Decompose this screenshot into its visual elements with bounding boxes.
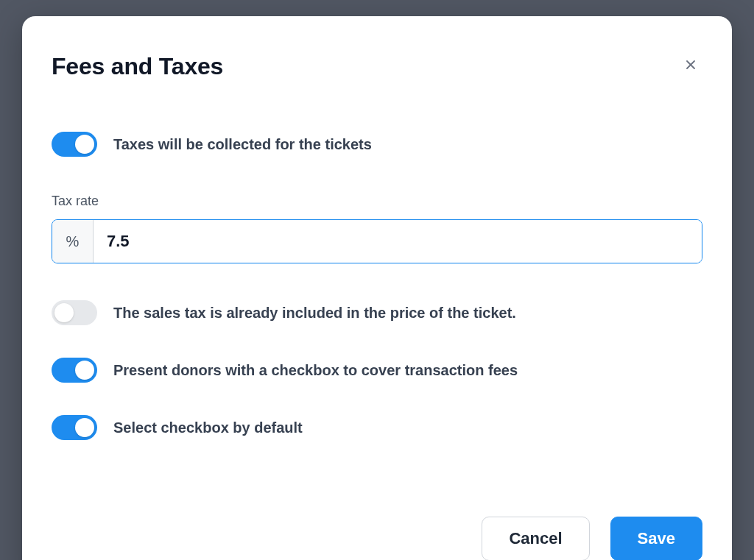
toggle-label-present-cover-fees: Present donors with a checkbox to cover …: [113, 362, 518, 379]
toggle-knob: [75, 135, 94, 154]
tax-rate-field-group: Tax rate %: [52, 194, 702, 263]
modal-header: Fees and Taxes: [52, 53, 702, 80]
toggle-label-tax-included: The sales tax is already included in the…: [113, 305, 516, 322]
tax-rate-label: Tax rate: [52, 194, 702, 209]
modal-footer: Cancel Save: [52, 472, 702, 560]
toggle-knob: [54, 303, 74, 322]
toggle-knob: [75, 361, 94, 380]
save-button[interactable]: Save: [610, 517, 702, 560]
toggle-present-cover-fees[interactable]: [52, 358, 97, 383]
toggle-row-select-by-default: Select checkbox by default: [52, 415, 702, 440]
fees-and-taxes-modal: Fees and Taxes Taxes will be collected f…: [22, 16, 732, 560]
tax-rate-input-group: %: [52, 219, 702, 263]
toggle-label-select-by-default: Select checkbox by default: [113, 419, 303, 436]
toggle-row-tax-included: The sales tax is already included in the…: [52, 300, 702, 325]
toggle-tax-included[interactable]: [52, 300, 97, 325]
toggle-row-collect-taxes: Taxes will be collected for the tickets: [52, 132, 702, 157]
cancel-button[interactable]: Cancel: [482, 517, 589, 560]
toggle-select-by-default[interactable]: [52, 415, 97, 440]
toggle-label-collect-taxes: Taxes will be collected for the tickets: [113, 136, 372, 153]
toggle-knob: [75, 418, 94, 437]
modal-title: Fees and Taxes: [52, 53, 223, 80]
close-button[interactable]: [679, 53, 702, 77]
percent-prefix: %: [52, 220, 94, 263]
tax-rate-input[interactable]: [94, 220, 702, 263]
toggle-collect-taxes[interactable]: [52, 132, 97, 157]
toggle-row-present-cover-fees: Present donors with a checkbox to cover …: [52, 358, 702, 383]
